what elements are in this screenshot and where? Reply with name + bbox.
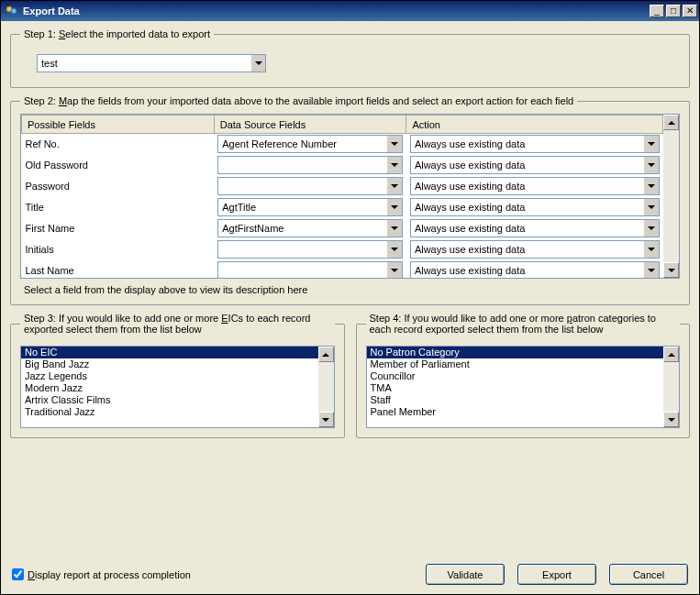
chevron-down-icon[interactable]	[386, 220, 402, 237]
data-source-select[interactable]	[217, 261, 403, 278]
step4-group: Step 4: If you would like to add one or …	[356, 313, 691, 438]
grid-scrollbar[interactable]	[663, 115, 679, 278]
chevron-down-icon[interactable]	[643, 262, 659, 278]
window-title: Export Data	[23, 6, 648, 17]
list-item[interactable]: Member of Parliament	[367, 358, 664, 370]
chevron-down-icon[interactable]	[386, 157, 402, 173]
chevron-down-icon[interactable]	[643, 220, 659, 237]
data-source-select[interactable]	[217, 240, 403, 259]
action-select[interactable]: Always use existing data	[410, 135, 660, 153]
step2-legend: Step 2: Map the fields from your importe…	[20, 95, 577, 106]
step1-legend: Step 1: Select the imported data to expo…	[20, 28, 214, 39]
data-source-select[interactable]: Agent Reference Number	[217, 135, 403, 153]
list-item[interactable]: Big Band Jazz	[21, 358, 318, 370]
possible-field-label: First Name	[26, 223, 75, 234]
chevron-down-icon[interactable]	[386, 262, 402, 278]
table-row[interactable]: Last NameAlways use existing data	[22, 260, 663, 279]
chevron-down-icon[interactable]	[250, 55, 265, 72]
action-select[interactable]: Always use existing data	[410, 261, 660, 278]
step3-legend: Step 3: If you would like to add one or …	[20, 313, 335, 335]
table-row[interactable]: PasswordAlways use existing data	[22, 176, 663, 197]
chevron-down-icon[interactable]	[643, 136, 659, 152]
data-source-select[interactable]	[217, 177, 403, 195]
scroll-up-icon[interactable]	[663, 347, 679, 362]
chevron-down-icon[interactable]	[643, 178, 659, 194]
list-item[interactable]: Panel Member	[367, 406, 664, 418]
patron-scrollbar[interactable]	[663, 347, 679, 427]
scroll-down-icon[interactable]	[318, 412, 334, 427]
list-item[interactable]: TMA	[367, 382, 664, 394]
list-item[interactable]: Councillor	[367, 370, 664, 382]
display-report-checkbox[interactable]: Display report at process completion	[12, 568, 191, 580]
table-row[interactable]: Old PasswordAlways use existing data	[22, 155, 663, 176]
table-row[interactable]: First NameAgtFirstNameAlways use existin…	[22, 218, 663, 239]
chevron-down-icon[interactable]	[386, 199, 402, 215]
possible-field-label: Initials	[26, 244, 54, 255]
col-possible-fields[interactable]: Possible Fields	[22, 116, 215, 134]
list-item[interactable]: No Patron Category	[367, 347, 664, 358]
possible-field-label: Password	[26, 181, 70, 192]
chevron-down-icon[interactable]	[386, 178, 402, 194]
col-data-source-fields[interactable]: Data Source Fields	[214, 116, 406, 134]
data-source-select[interactable]: AgtTitle	[217, 198, 403, 216]
scroll-up-icon[interactable]	[318, 347, 334, 362]
chevron-down-icon[interactable]	[386, 241, 402, 258]
validate-button[interactable]: Validate	[426, 564, 505, 585]
imported-data-input[interactable]	[38, 55, 250, 72]
table-row[interactable]: Ref No.Agent Reference NumberAlways use …	[22, 134, 663, 155]
eic-listbox[interactable]: No EICBig Band JazzJazz LegendsModern Ja…	[20, 346, 335, 428]
data-source-select[interactable]: AgtFirstName	[217, 219, 403, 237]
list-item[interactable]: Jazz Legends	[21, 370, 318, 382]
imported-data-select[interactable]	[37, 54, 266, 72]
action-select[interactable]: Always use existing data	[410, 240, 660, 259]
scroll-down-icon[interactable]	[663, 412, 679, 427]
table-row[interactable]: TitleAgtTitleAlways use existing data	[22, 197, 663, 218]
export-data-window: Export Data _ □ ✕ Step 1: Select the imp…	[0, 0, 700, 595]
close-button[interactable]: ✕	[683, 5, 697, 17]
step3-group: Step 3: If you would like to add one or …	[10, 313, 345, 438]
chevron-down-icon[interactable]	[643, 241, 659, 258]
action-select[interactable]: Always use existing data	[410, 177, 660, 195]
step4-legend: Step 4: If you would like to add one or …	[366, 313, 681, 335]
app-icon	[5, 4, 19, 18]
step1-group: Step 1: Select the imported data to expo…	[10, 28, 690, 88]
table-row[interactable]: InitialsAlways use existing data	[22, 239, 663, 260]
list-item[interactable]: Traditional Jazz	[21, 406, 318, 418]
list-item[interactable]: No EIC	[21, 347, 318, 358]
action-select[interactable]: Always use existing data	[410, 156, 660, 174]
eic-scrollbar[interactable]	[318, 347, 334, 427]
svg-point-1	[11, 8, 17, 14]
patron-category-listbox[interactable]: No Patron CategoryMember of ParliamentCo…	[366, 346, 681, 428]
col-action[interactable]: Action	[406, 116, 663, 134]
chevron-down-icon[interactable]	[643, 157, 659, 173]
field-mapping-grid: Possible Fields Data Source Fields Actio…	[20, 114, 680, 279]
step2-group: Step 2: Map the fields from your importe…	[10, 95, 690, 305]
possible-field-label: Title	[26, 202, 44, 213]
action-select[interactable]: Always use existing data	[410, 219, 660, 237]
action-select[interactable]: Always use existing data	[410, 198, 660, 216]
possible-field-label: Old Password	[26, 160, 88, 171]
chevron-down-icon[interactable]	[643, 199, 659, 215]
export-button[interactable]: Export	[517, 564, 596, 585]
chevron-down-icon[interactable]	[386, 136, 402, 152]
scroll-up-icon[interactable]	[663, 115, 679, 130]
possible-field-label: Ref No.	[26, 138, 60, 149]
list-item[interactable]: Staff	[367, 394, 664, 406]
list-item[interactable]: Artrix Classic Films	[21, 394, 318, 406]
scroll-down-icon[interactable]	[663, 262, 679, 278]
minimize-button[interactable]: _	[650, 5, 664, 17]
data-source-select[interactable]	[217, 156, 403, 174]
cancel-button[interactable]: Cancel	[609, 564, 688, 585]
maximize-button[interactable]: □	[666, 5, 681, 17]
titlebar: Export Data _ □ ✕	[1, 1, 699, 21]
field-description: Select a field from the display above to…	[20, 284, 680, 295]
bottom-bar: Display report at process completion Val…	[10, 560, 690, 587]
possible-field-label: Last Name	[26, 265, 74, 276]
list-item[interactable]: Modern Jazz	[21, 382, 318, 394]
